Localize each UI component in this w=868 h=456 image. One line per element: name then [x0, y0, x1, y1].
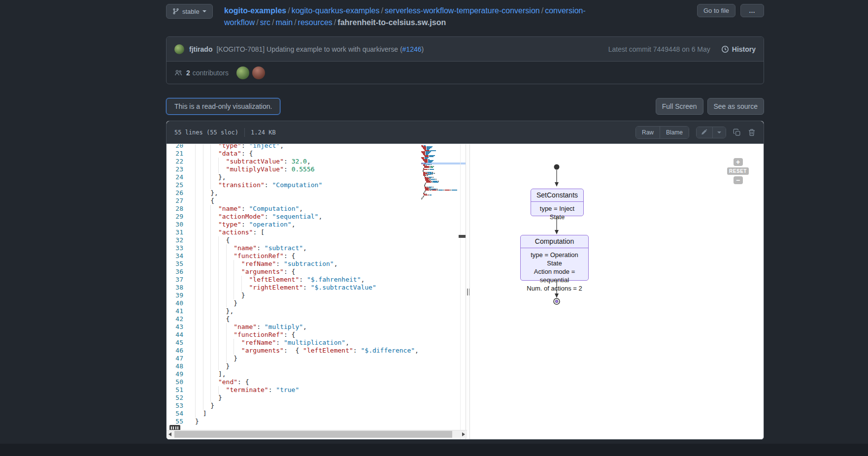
zoom-out-button[interactable]: − [734, 176, 743, 184]
file-lines-info: 55 lines (55 sloc) [174, 129, 238, 136]
code-line: 51"terminate": "true" [167, 386, 421, 394]
line-number: 34 [167, 252, 183, 260]
code-line: 55} [167, 418, 421, 425]
contributors-label[interactable]: contributors [193, 69, 229, 77]
code-lines: 20"type": "inject",21"data": {22"subtrac… [167, 144, 421, 425]
overview-ruler [460, 144, 461, 439]
line-number: 37 [167, 276, 183, 284]
latest-commit-bar: fjtirado [KOGITO-7081] Updating example … [167, 37, 764, 62]
panel-splitter[interactable] [466, 144, 470, 439]
vertical-scrollbar-thumb[interactable] [459, 235, 466, 238]
node-attribute: Action mode = sequential [526, 267, 583, 284]
line-number: 38 [167, 284, 183, 292]
line-number: 29 [167, 213, 183, 221]
breadcrumb-link[interactable]: serverless-workflow-temperature-conversi… [385, 6, 540, 15]
line-number: 30 [167, 221, 183, 228]
code-line: 54] [167, 410, 421, 418]
code-line: 48} [167, 362, 421, 370]
file-size: 1.24 KB [251, 129, 276, 136]
code-line: 42{ [167, 315, 421, 323]
line-number: 25 [167, 181, 183, 189]
line-number: 52 [167, 394, 183, 402]
breadcrumb-link[interactable]: kogito-quarkus-examples [292, 6, 380, 15]
readonly-visualization-badge: This is a read-only visualization. [166, 98, 280, 115]
line-number: 54 [167, 410, 183, 418]
breadcrumb-separator: / [293, 18, 298, 27]
edit-group [696, 127, 726, 138]
code-line: 31"actions": [ [167, 228, 421, 236]
chevron-down-icon [717, 131, 721, 133]
commit-message[interactable]: [KOGITO-7081] Updating example to work w… [216, 45, 424, 53]
zoom-in-button[interactable]: + [734, 158, 743, 166]
latest-commit-info: Latest commit 7449448 on 6 May [608, 45, 710, 53]
breadcrumb-link[interactable]: resources [298, 18, 333, 27]
commit-author-avatar[interactable] [174, 44, 184, 54]
zoom-reset-button[interactable]: RESET [727, 167, 749, 175]
minimap[interactable] [421, 145, 457, 199]
history-button[interactable]: History [721, 45, 756, 53]
go-to-file-button[interactable]: Go to file [697, 4, 735, 17]
line-number: 24 [167, 173, 183, 181]
node-attribute: type = Operation State [526, 251, 583, 267]
full-screen-button[interactable]: Full Screen [656, 98, 703, 115]
see-as-source-button[interactable]: See as source [707, 98, 765, 115]
workflow-diagram-panel[interactable]: + RESET − [470, 144, 764, 439]
more-options-button[interactable]: … [740, 4, 764, 17]
edit-dropdown-button[interactable] [712, 127, 726, 138]
scroll-right-arrow-icon[interactable] [462, 432, 465, 436]
breadcrumb-link-repo[interactable]: kogito-examples [224, 6, 286, 15]
code-line: 32{ [167, 236, 421, 244]
code-line: 27{ [167, 197, 421, 205]
contributor-avatar-1[interactable] [236, 66, 249, 79]
line-number: 21 [167, 150, 183, 158]
start-state-dot [554, 164, 560, 170]
code-line: 22"subtractValue": 32.0, [167, 158, 421, 165]
horizontal-scrollbar-thumb[interactable] [174, 431, 452, 438]
diagram-zoom-controls: + RESET − [727, 158, 749, 184]
contributors-count: 2 [186, 69, 190, 77]
code-line: 28"name": "Computation", [167, 205, 421, 213]
history-label: History [732, 45, 756, 53]
chevron-down-icon [202, 10, 206, 12]
code-line: 44"functionRef": { [167, 331, 421, 339]
breadcrumb-link[interactable]: src [260, 18, 270, 27]
contributor-avatar-2[interactable] [252, 66, 265, 79]
node-title: SetConstants [531, 189, 583, 202]
code-line: 23"multiplyValue": 0.5556 [167, 165, 421, 173]
breadcrumb-link[interactable]: main [275, 18, 293, 27]
raw-button[interactable]: Raw [636, 127, 660, 138]
code-line: 46"arguments": { "leftElement": "$.diffe… [167, 347, 421, 355]
code-line: 33"name": "subtract", [167, 244, 421, 252]
divider [244, 128, 245, 137]
delete-icon[interactable] [748, 129, 756, 136]
line-number: 27 [167, 197, 183, 205]
edit-pencil-button[interactable] [697, 127, 712, 138]
line-number: 43 [167, 323, 183, 331]
horizontal-scrollbar[interactable] [167, 430, 467, 438]
code-line: 29"actionMode": "sequential", [167, 213, 421, 221]
scroll-left-arrow-icon[interactable] [168, 432, 171, 436]
blame-button[interactable]: Blame [660, 127, 689, 138]
commit-author-link[interactable]: fjtirado [189, 45, 212, 53]
breadcrumb: kogito-examples/kogito-quarkus-examples/… [224, 5, 685, 29]
code-editor[interactable]: 20"type": "inject",21"data": {22"subtrac… [167, 144, 421, 439]
code-line: 38"rightElement": "$.subtractValue" [167, 284, 421, 292]
code-line: 36"arguments": { [167, 268, 421, 276]
code-line: 52} [167, 394, 421, 402]
raw-blame-group: Raw Blame [635, 126, 689, 139]
breadcrumb-separator: / [286, 6, 291, 15]
branch-selector[interactable]: stable [166, 4, 213, 19]
line-number: 51 [167, 386, 183, 394]
pr-link[interactable]: #1246 [402, 45, 422, 53]
copy-icon[interactable] [733, 129, 741, 136]
code-line: 24}, [167, 173, 421, 181]
line-number: 49 [167, 370, 183, 378]
line-number: 55 [167, 418, 183, 425]
line-number: 23 [167, 165, 183, 173]
line-number: 48 [167, 362, 183, 370]
line-number: 28 [167, 205, 183, 213]
line-number: 42 [167, 315, 183, 323]
notice-row: This is a read-only visualization. Full … [166, 98, 764, 115]
line-number: 41 [167, 307, 183, 315]
code-line: 40} [167, 299, 421, 307]
